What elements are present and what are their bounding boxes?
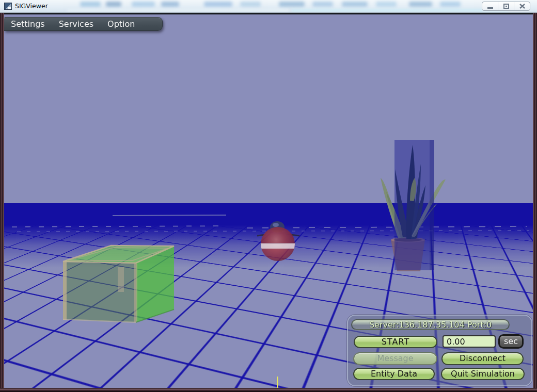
window-frame-right bbox=[533, 13, 537, 392]
maximize-button[interactable] bbox=[498, 2, 514, 10]
sec-button[interactable]: sec bbox=[498, 334, 524, 349]
start-button[interactable]: START bbox=[354, 336, 437, 348]
titlebar-blur-artifact bbox=[409, 2, 432, 7]
titlebar-blur-artifact bbox=[440, 2, 461, 7]
restore-icon bbox=[503, 4, 509, 9]
titlebar-blur-artifact bbox=[312, 2, 333, 7]
titlebar-blur-artifact bbox=[132, 2, 155, 7]
titlebar-blur-artifact bbox=[279, 2, 305, 7]
window-title: SIGViewer bbox=[15, 2, 48, 10]
titlebar-blur-artifact bbox=[106, 2, 121, 7]
3d-viewport[interactable]: Settings Services Option Server:136.187.… bbox=[4, 13, 533, 388]
window-controls bbox=[482, 2, 530, 11]
quit-simulation-button[interactable]: Quit Simulation bbox=[441, 368, 525, 380]
window-frame-bottom bbox=[0, 388, 537, 392]
menu-services[interactable]: Services bbox=[59, 19, 93, 29]
menubar: Settings Services Option bbox=[4, 17, 163, 31]
sigviewer-window: SIGViewer bbox=[0, 0, 537, 392]
titlebar-blur-artifact bbox=[67, 9, 289, 12]
control-panel: Server:136.187.35.104 Port:0 START sec M… bbox=[347, 315, 532, 386]
window-frame-left bbox=[0, 13, 4, 392]
close-button[interactable] bbox=[514, 2, 530, 10]
message-button[interactable]: Message bbox=[353, 352, 437, 365]
origin-axis-marker bbox=[277, 377, 278, 388]
menu-option[interactable]: Option bbox=[107, 19, 135, 29]
entity-data-button[interactable]: Entity Data bbox=[353, 368, 435, 380]
titlebar-blur-artifact bbox=[342, 2, 368, 7]
titlebar-blur-artifact bbox=[240, 2, 261, 7]
titlebar-blur-artifact bbox=[161, 2, 179, 7]
minimize-icon bbox=[487, 4, 493, 9]
app-icon[interactable] bbox=[4, 3, 12, 10]
server-address-bar: Server:136.187.35.104 Port:0 bbox=[351, 319, 510, 330]
entity-red-sphere[interactable] bbox=[257, 221, 299, 261]
titlebar-blur-artifact bbox=[204, 2, 232, 7]
titlebar-blur-artifact bbox=[376, 2, 397, 7]
disconnect-button[interactable]: Disconnect bbox=[441, 352, 524, 365]
entity-green-box[interactable] bbox=[63, 246, 174, 322]
titlebar-blur-artifact bbox=[292, 9, 509, 12]
menu-settings[interactable]: Settings bbox=[11, 19, 45, 29]
entity-blue-bounding-box[interactable] bbox=[394, 140, 434, 270]
close-icon bbox=[519, 4, 525, 9]
minimize-button[interactable] bbox=[482, 2, 498, 10]
titlebar[interactable]: SIGViewer bbox=[0, 0, 537, 13]
time-input[interactable] bbox=[443, 335, 496, 348]
titlebar-blur-artifact bbox=[80, 2, 101, 7]
